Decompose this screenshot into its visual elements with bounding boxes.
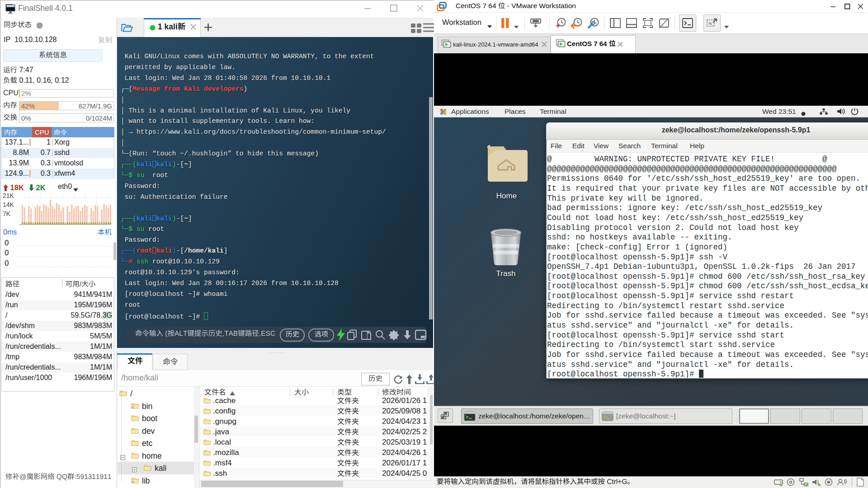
svg-text:%: % bbox=[708, 21, 712, 26]
